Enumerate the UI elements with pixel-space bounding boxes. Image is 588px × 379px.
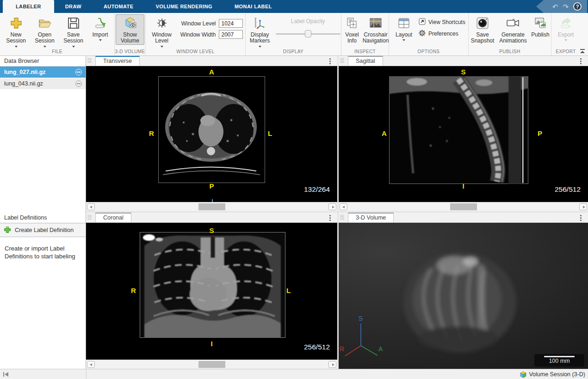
scale-bar-line — [544, 356, 575, 357]
view-shortcuts-icon — [419, 18, 426, 26]
display-markers-button[interactable]: Display Markers — [246, 14, 274, 48]
scroll-right-icon[interactable] — [579, 203, 587, 210]
redo-icon[interactable]: ↷ — [563, 3, 569, 10]
collapse-ribbon-icon[interactable] — [580, 49, 585, 54]
status-divider — [86, 369, 87, 379]
orientation-label-superior: S — [209, 226, 214, 234]
coronal-pane: Coronal — [86, 213, 337, 369]
view-shortcuts-button[interactable]: View Shortcuts — [419, 18, 465, 26]
remove-file-icon[interactable] — [75, 80, 82, 87]
window-level-caret-icon — [161, 46, 163, 48]
scroll-thumb[interactable] — [450, 203, 477, 210]
scroll-thumb[interactable] — [198, 361, 225, 368]
collapse-sidebar-icon[interactable] — [3, 372, 9, 377]
pane-menu-icon[interactable] — [329, 61, 331, 62]
panel-grip-icon[interactable] — [87, 215, 92, 220]
generate-animations-button[interactable]: Generate Animations — [496, 14, 530, 45]
export-button[interactable]: Export — [551, 14, 580, 42]
pane-menu-icon[interactable] — [329, 217, 331, 219]
camera-icon — [475, 16, 490, 31]
sagittal-tab[interactable]: Sagittal — [348, 56, 383, 66]
sagittal-ct-image[interactable] — [389, 76, 528, 184]
scroll-left-icon[interactable] — [340, 203, 347, 210]
slice-indicator: 256/512 — [304, 343, 330, 351]
section-label-export: EXPORT — [551, 49, 580, 55]
transverse-viewport[interactable]: A R L P 132/264 — [86, 66, 337, 202]
label-opacity-slider[interactable] — [276, 30, 340, 37]
pane-menu-icon[interactable] — [580, 61, 582, 62]
export-caret-icon — [564, 39, 567, 41]
scroll-left-icon[interactable] — [87, 203, 95, 210]
sagittal-viewport[interactable]: S A P I 256/512 — [339, 66, 588, 202]
gear-icon — [419, 30, 426, 38]
label-definitions-hint: Create or import Label Definitions to st… — [0, 237, 86, 260]
scroll-right-icon[interactable] — [328, 361, 336, 368]
open-session-button[interactable]: Open Session — [31, 14, 59, 48]
voxel-info-icon — [345, 16, 359, 31]
layout-button[interactable]: Layout — [392, 14, 416, 42]
tab-draw[interactable]: DRAW — [54, 0, 93, 13]
data-browser-title: Data Browser — [0, 56, 86, 67]
coronal-slice-scrollbar[interactable] — [86, 360, 337, 369]
show-volume-toggle[interactable]: Show Volume — [116, 14, 144, 45]
orientation-label-posterior: P — [538, 129, 542, 137]
crosshair-navigation-button[interactable]: Crosshair Navigation — [363, 14, 389, 45]
orientation-label-left: L — [268, 129, 272, 137]
save-session-button[interactable]: Save Session — [59, 14, 88, 48]
orientation-label-inferior: I — [462, 182, 464, 190]
window-level-button[interactable]: Window Level — [149, 14, 175, 48]
sagittal-slice-scrollbar[interactable] — [339, 202, 588, 211]
medical-image-labeler-app: LABELER DRAW AUTOMATE VOLUME RENDERING M… — [0, 0, 588, 379]
panel-grip-icon[interactable] — [87, 58, 92, 63]
scroll-left-icon[interactable] — [87, 361, 95, 368]
data-browser-item-lung-027[interactable]: lung_027.nii.gz — [0, 67, 86, 78]
transverse-slice-scrollbar[interactable] — [86, 202, 337, 211]
section-label-inspect: INSPECT — [341, 49, 389, 55]
crosshair-navigation-icon — [368, 16, 383, 31]
orientation-label-right: R — [131, 287, 136, 294]
help-icon[interactable]: ? — [573, 2, 582, 11]
publish-button[interactable]: Publish — [530, 14, 551, 38]
new-session-button[interactable]: New Session — [2, 14, 31, 48]
open-session-caret-icon — [43, 46, 46, 48]
volume-3d-tab[interactable]: 3-D Volume — [348, 213, 394, 222]
tab-volume-rendering[interactable]: VOLUME RENDERING — [144, 0, 223, 13]
scroll-right-icon[interactable] — [328, 203, 336, 210]
volume-session-cube-icon — [520, 371, 526, 378]
window-level-field-label: Window Level — [177, 20, 216, 27]
transverse-tab[interactable]: Transverse — [95, 56, 140, 66]
voxel-info-button[interactable]: Voxel Info — [341, 14, 363, 45]
import-button[interactable]: Import — [88, 14, 113, 42]
tab-monai-label[interactable]: MONAI LABEL — [223, 0, 283, 13]
window-level-input[interactable] — [219, 19, 243, 28]
section-label-options: OPTIONS — [389, 49, 468, 55]
coronal-viewport[interactable]: S R L I 256/512 — [86, 223, 337, 360]
slider-thumb[interactable] — [305, 30, 311, 37]
section-label-publish: PUBLISH — [469, 49, 551, 55]
ribbon-section-publish: Save Snapshot Generate Animations — [469, 13, 551, 55]
save-session-icon — [66, 16, 81, 31]
window-width-input[interactable] — [219, 30, 243, 39]
coronal-ct-image[interactable] — [140, 232, 285, 338]
create-label-definition-button[interactable]: Create Label Definition — [0, 223, 86, 237]
layout-icon — [396, 16, 411, 31]
volume-3d-viewport[interactable]: S R A 100 mm — [339, 223, 588, 369]
remove-file-icon[interactable] — [75, 69, 82, 75]
scale-bar-label: 100 mm — [549, 358, 569, 364]
ribbon-section-window-level: Window Level Window Level Window Width W… — [146, 13, 246, 55]
panel-grip-icon[interactable] — [340, 215, 344, 220]
preferences-button[interactable]: Preferences — [419, 30, 465, 38]
transverse-ct-image[interactable] — [158, 76, 265, 183]
tab-automate[interactable]: AUTOMATE — [93, 0, 145, 13]
tab-labeler[interactable]: LABELER — [3, 0, 54, 13]
panel-grip-icon[interactable] — [340, 58, 344, 63]
pane-menu-icon[interactable] — [580, 217, 582, 219]
save-snapshot-button[interactable]: Save Snapshot — [469, 14, 496, 45]
data-browser-item-lung-043[interactable]: lung_043.nii.gz — [0, 78, 86, 90]
publish-icon — [533, 16, 548, 31]
undo-icon[interactable]: ↶ — [552, 3, 558, 10]
scroll-thumb[interactable] — [198, 203, 225, 210]
main-area: Data Browser lung_027.nii.gz lung_043.ni… — [0, 56, 588, 369]
window-width-field-label: Window Width — [177, 31, 216, 38]
coronal-tab[interactable]: Coronal — [95, 213, 131, 222]
